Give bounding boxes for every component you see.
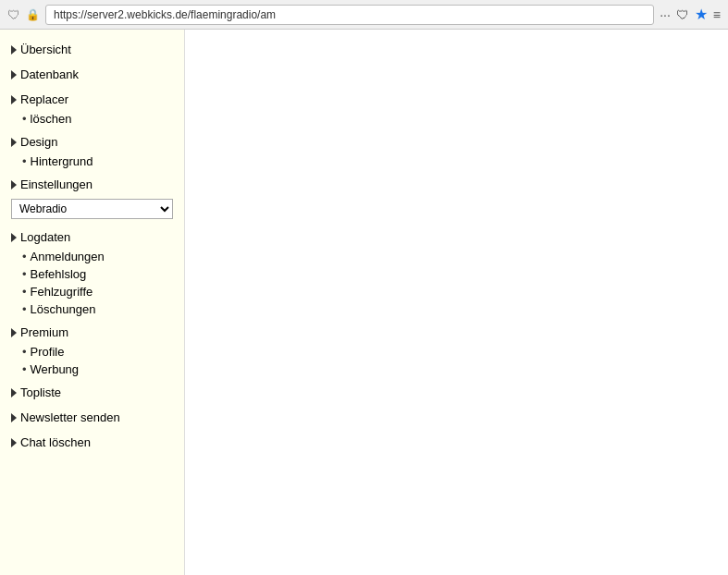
bullet-icon: • bbox=[22, 267, 27, 281]
sidebar-item-einstellungen[interactable]: Einstellungen bbox=[0, 174, 184, 195]
sidebar-item-topliste[interactable]: Topliste bbox=[0, 382, 184, 403]
einstellungen-dropdown-container: Webradio bbox=[11, 199, 173, 219]
sidebar-item-design[interactable]: Design bbox=[0, 131, 184, 153]
triangle-icon-topliste bbox=[11, 388, 17, 398]
sidebar-label-logdaten: Logdaten bbox=[20, 230, 70, 244]
triangle-icon-logdaten bbox=[11, 233, 17, 242]
subitem-label-anmeldungen: Anmeldungen bbox=[31, 250, 105, 263]
subitem-label-profile: Profile bbox=[31, 345, 65, 359]
sidebar-item-ubersicht[interactable]: Übersicht bbox=[0, 39, 184, 60]
main-content bbox=[185, 30, 728, 575]
sidebar-label-datenbank: Datenbank bbox=[20, 67, 79, 81]
sidebar-section-design: Design • Hintergrund bbox=[0, 129, 184, 172]
sidebar-subitems-premium: • Profile • Werbung bbox=[0, 343, 184, 378]
sidebar-section-einstellungen: Einstellungen Webradio bbox=[0, 172, 184, 225]
sidebar-subitem-werbung[interactable]: • Werbung bbox=[22, 361, 184, 378]
sidebar-item-premium[interactable]: Premium bbox=[0, 322, 184, 343]
url-text: https://server2.webkicks.de/flaemingradi… bbox=[54, 8, 276, 21]
sidebar-item-replacer[interactable]: Replacer bbox=[0, 89, 184, 110]
sidebar-label-topliste: Topliste bbox=[20, 385, 61, 399]
sidebar-subitem-loschungen[interactable]: • Löschungen bbox=[22, 300, 184, 318]
sidebar-section-chat-loschen: Chat löschen bbox=[0, 430, 184, 455]
bullet-icon: • bbox=[22, 362, 27, 376]
sidebar-section-premium: Premium • Profile • Werbung bbox=[0, 320, 184, 380]
triangle-icon-chat-loschen bbox=[11, 438, 17, 447]
sidebar: Übersicht Datenbank Replacer • löschen bbox=[0, 30, 185, 575]
sidebar-label-newsletter: Newsletter senden bbox=[20, 410, 120, 424]
sidebar-section-replacer: Replacer • löschen bbox=[0, 87, 184, 129]
bullet-icon: • bbox=[22, 112, 27, 126]
triangle-icon-premium bbox=[11, 328, 17, 337]
browser-toolbar: ··· 🛡 ★ ≡ bbox=[660, 6, 721, 23]
sidebar-subitem-befehlslog[interactable]: • Befehlslog bbox=[22, 265, 184, 283]
bullet-icon: • bbox=[22, 154, 27, 168]
subitem-label-hintergrund: Hintergrund bbox=[31, 154, 93, 168]
sidebar-section-datenbank: Datenbank bbox=[0, 62, 184, 87]
sidebar-section-topliste: Topliste bbox=[0, 380, 184, 405]
dots-menu-icon[interactable]: ··· bbox=[660, 7, 671, 22]
subitem-label-loschungen: Löschungen bbox=[31, 302, 96, 316]
sidebar-label-chat-loschen: Chat löschen bbox=[20, 435, 91, 449]
sidebar-subitem-fehlzugriffe[interactable]: • Fehlzugriffe bbox=[22, 283, 184, 300]
hamburger-menu-icon[interactable]: ≡ bbox=[713, 7, 721, 22]
sidebar-label-einstellungen: Einstellungen bbox=[20, 177, 93, 191]
bullet-icon: • bbox=[22, 345, 27, 359]
subitem-label-werbung: Werbung bbox=[31, 362, 80, 376]
subitem-label-befehlslog: Befehlslog bbox=[31, 267, 87, 281]
bullet-icon: • bbox=[22, 250, 27, 263]
bullet-icon: • bbox=[22, 285, 27, 299]
triangle-icon-einstellungen bbox=[11, 180, 17, 190]
triangle-icon-newsletter bbox=[11, 413, 17, 422]
sidebar-section-logdaten: Logdaten • Anmeldungen • Befehlslog • Fe… bbox=[0, 225, 184, 320]
shield-toolbar-icon[interactable]: 🛡 bbox=[676, 7, 689, 22]
sidebar-label-premium: Premium bbox=[20, 325, 68, 339]
sidebar-subitem-hintergrund[interactable]: • Hintergrund bbox=[22, 153, 184, 170]
sidebar-section-newsletter: Newsletter senden bbox=[0, 405, 184, 430]
sidebar-item-chat-loschen[interactable]: Chat löschen bbox=[0, 432, 184, 453]
sidebar-label-replacer: Replacer bbox=[20, 92, 68, 106]
sidebar-subitem-loschen[interactable]: • löschen bbox=[22, 110, 184, 128]
sidebar-item-datenbank[interactable]: Datenbank bbox=[0, 64, 184, 85]
sidebar-subitems-replacer: • löschen bbox=[0, 110, 184, 128]
bullet-icon: • bbox=[22, 302, 27, 316]
address-bar[interactable]: https://server2.webkicks.de/flaemingradi… bbox=[45, 5, 654, 25]
sidebar-section-ubersicht: Übersicht bbox=[0, 37, 184, 62]
page-content: Übersicht Datenbank Replacer • löschen bbox=[0, 30, 728, 575]
sidebar-subitems-design: • Hintergrund bbox=[0, 153, 184, 170]
sidebar-subitem-profile[interactable]: • Profile bbox=[22, 343, 184, 361]
sidebar-label-design: Design bbox=[20, 135, 57, 149]
lock-icon: 🔒 bbox=[26, 8, 40, 21]
sidebar-item-logdaten[interactable]: Logdaten bbox=[0, 226, 184, 248]
sidebar-item-newsletter[interactable]: Newsletter senden bbox=[0, 407, 184, 428]
triangle-icon-ubersicht bbox=[11, 45, 17, 55]
sidebar-subitem-anmeldungen[interactable]: • Anmeldungen bbox=[22, 248, 184, 265]
star-bookmark-icon[interactable]: ★ bbox=[695, 6, 708, 23]
triangle-icon-replacer bbox=[11, 95, 17, 104]
einstellungen-dropdown[interactable]: Webradio bbox=[11, 199, 173, 219]
shield-icon: 🛡 bbox=[7, 7, 20, 22]
triangle-icon-datenbank bbox=[11, 70, 17, 80]
sidebar-subitems-logdaten: • Anmeldungen • Befehlslog • Fehlzugriff… bbox=[0, 248, 184, 318]
subitem-label-fehlzugriffe: Fehlzugriffe bbox=[31, 285, 93, 299]
browser-chrome: 🛡 🔒 https://server2.webkicks.de/flaeming… bbox=[0, 0, 728, 30]
triangle-icon-design bbox=[11, 138, 17, 147]
subitem-label-loschen: löschen bbox=[31, 112, 72, 126]
sidebar-label-ubersicht: Übersicht bbox=[20, 43, 71, 56]
